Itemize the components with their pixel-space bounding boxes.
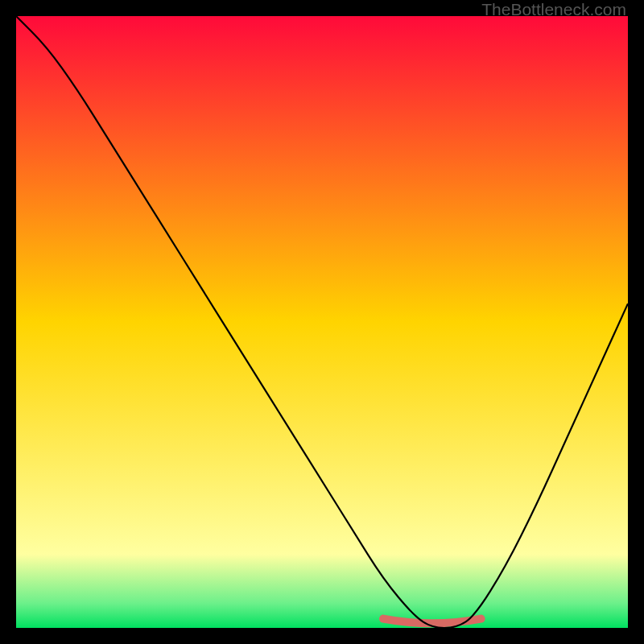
chart-background <box>16 16 628 628</box>
chart-svg <box>16 16 628 628</box>
chart-plot-area <box>16 16 628 628</box>
watermark-text: TheBottleneck.com <box>481 0 626 19</box>
